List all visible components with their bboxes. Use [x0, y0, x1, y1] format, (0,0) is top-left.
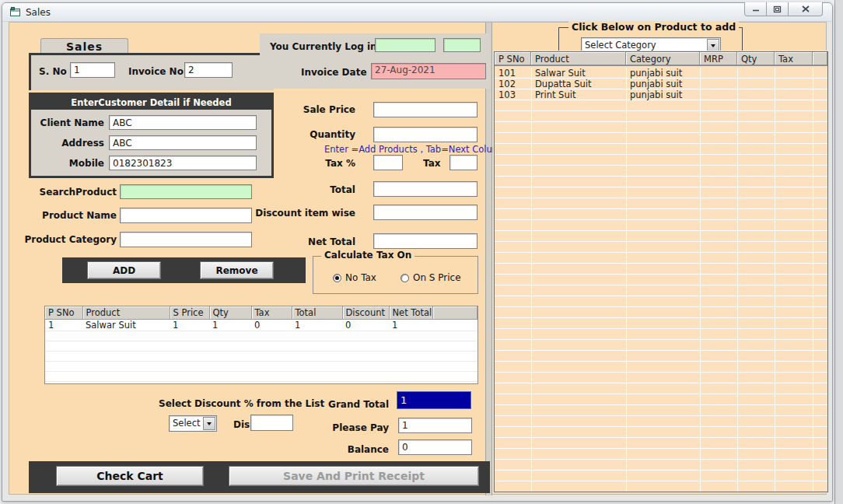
- product-cell: 101: [495, 68, 531, 79]
- radio-unselected-icon: [401, 274, 409, 282]
- remove-button-label: Remove: [215, 265, 257, 276]
- add-button[interactable]: ADD: [87, 261, 161, 279]
- product-col-mrp: MRP: [700, 52, 737, 65]
- cart-cell-qty: 1: [209, 320, 251, 331]
- cart-cell-product: Salwar Suit: [82, 320, 170, 331]
- total-label: Total: [266, 184, 355, 195]
- product-name-input[interactable]: [120, 208, 252, 223]
- customer-frame-title-bar: EnterCustomer Detail if Needed: [31, 95, 271, 110]
- product-col-category: Category: [626, 52, 700, 65]
- window-title: Sales: [26, 7, 51, 18]
- login-user-field[interactable]: [375, 38, 435, 52]
- invoice-no-input[interactable]: [184, 62, 233, 78]
- discount-select[interactable]: Select: [169, 415, 217, 432]
- check-cart-button[interactable]: Check Cart: [56, 466, 204, 486]
- client-name-label: Client Name: [37, 117, 104, 128]
- sales-window: Sales Sales S. No: [2, 2, 833, 502]
- window-controls: [744, 2, 823, 16]
- product-cell: Print Suit: [531, 89, 626, 100]
- add-button-label: ADD: [113, 265, 135, 276]
- product-col-psno: P SNo: [495, 52, 531, 65]
- customer-frame: EnterCustomer Detail if Needed Client Na…: [29, 93, 274, 178]
- cart-col-tax: Tax: [251, 306, 292, 320]
- minimize-button[interactable]: [744, 2, 767, 16]
- product-table-header: P SNo Product Category MRP Qty Tax: [495, 52, 827, 66]
- close-button[interactable]: [789, 2, 823, 16]
- cart-empty-row: [45, 362, 477, 372]
- balance-input[interactable]: [398, 439, 472, 455]
- product-table: P SNo Product Category MRP Qty Tax 101 S…: [494, 51, 828, 492]
- address-label: Address: [37, 138, 104, 149]
- cart-cell-total: 1: [292, 320, 342, 331]
- invoice-date-field[interactable]: 27-Aug-2021: [371, 63, 486, 79]
- category-select[interactable]: Select Category: [581, 37, 721, 53]
- tax-label: Tax: [423, 158, 440, 169]
- product-row[interactable]: 101 Salwar Suit punjabi suit: [495, 68, 827, 79]
- close-icon: [802, 5, 810, 12]
- cart-cell-nettotal: 1: [389, 320, 432, 331]
- calculate-tax-title: Calculate Tax On: [321, 250, 415, 261]
- tax-input[interactable]: [449, 155, 477, 170]
- sale-price-label: Sale Price: [266, 104, 355, 115]
- product-row[interactable]: 102 Dupatta Suit punjabi suit: [495, 79, 827, 89]
- cart-cell-filler: [432, 320, 477, 331]
- grid-line: [531, 68, 532, 492]
- maximize-button[interactable]: [767, 2, 789, 16]
- remove-button[interactable]: Remove: [200, 261, 274, 279]
- cart-col-product: Product: [82, 306, 170, 320]
- cart-col-total: Total: [292, 306, 342, 320]
- tax-percent-input[interactable]: [373, 155, 403, 170]
- sales-tab-label: Sales: [66, 40, 103, 53]
- please-pay-input[interactable]: [398, 418, 472, 433]
- save-print-button[interactable]: Save And Print Receipt: [229, 466, 479, 486]
- search-product-input[interactable]: [120, 184, 252, 199]
- cart-cell-psno: 1: [45, 320, 82, 331]
- radio-on-s-price[interactable]: On S Price: [401, 272, 461, 283]
- invoice-no-label: Invoice No: [128, 66, 184, 77]
- product-cell: punjabi suit: [626, 79, 700, 89]
- radio-no-tax[interactable]: No Tax: [333, 272, 376, 283]
- tax-percent-label: Tax %: [266, 158, 355, 169]
- chevron-down-icon[interactable]: [707, 39, 719, 51]
- sno-label: S. No: [39, 66, 67, 77]
- cart-cell-sprice: 1: [170, 320, 209, 331]
- mobile-input[interactable]: [109, 156, 257, 170]
- product-col-product: Product: [531, 52, 626, 65]
- login-role-field[interactable]: [443, 38, 481, 52]
- client-name-input[interactable]: [109, 115, 257, 130]
- save-print-label: Save And Print Receipt: [283, 470, 425, 482]
- please-pay-label: Please Pay: [282, 422, 389, 433]
- net-total-input[interactable]: [373, 233, 477, 249]
- cart-col-discount: Discount: [342, 306, 389, 320]
- net-total-label: Net Total: [266, 236, 355, 247]
- product-picker-title: Click Below on Product to add: [568, 21, 739, 33]
- customer-title: EnterCustomer Detail if Needed: [71, 97, 231, 108]
- cart-cell-discount: 0: [342, 320, 389, 331]
- product-row[interactable]: 103 Print Suit punjabi suit: [495, 89, 827, 100]
- sale-price-input[interactable]: [373, 102, 477, 117]
- invoice-date-label: Invoice Date: [301, 67, 367, 78]
- cart-empty-row: [45, 372, 477, 382]
- chevron-down-icon[interactable]: [203, 417, 215, 430]
- grid-line: [813, 68, 813, 492]
- address-input[interactable]: [109, 135, 257, 150]
- cart-col-nettotal: Net Total: [389, 306, 432, 320]
- calculate-tax-groupbox: Calculate Tax On No Tax On S Price: [313, 256, 478, 294]
- sales-tab: Sales: [40, 38, 128, 53]
- sno-input[interactable]: [70, 62, 115, 78]
- radio-no-tax-label: No Tax: [345, 272, 376, 283]
- product-cell: 103: [495, 89, 531, 100]
- cart-table: P SNo Product S Price Qty Tax Total Disc…: [44, 306, 478, 384]
- mobile-label: Mobile: [37, 158, 104, 169]
- product-category-input[interactable]: [120, 232, 252, 247]
- title-bar[interactable]: Sales: [2, 3, 832, 22]
- product-col-qty: Qty: [737, 52, 775, 65]
- minimize-icon: [752, 5, 760, 12]
- search-product-label: SearchProduct: [17, 187, 117, 198]
- quantity-input[interactable]: [373, 127, 477, 142]
- keyboard-hint: Enter =Add Products , Tab=Next Column: [324, 144, 506, 155]
- discount-item-input[interactable]: [373, 205, 477, 220]
- total-input[interactable]: [373, 181, 477, 197]
- cart-row[interactable]: 1 Salwar Suit 1 1 0 1 0 1: [45, 320, 477, 331]
- product-cell: punjabi suit: [626, 68, 700, 79]
